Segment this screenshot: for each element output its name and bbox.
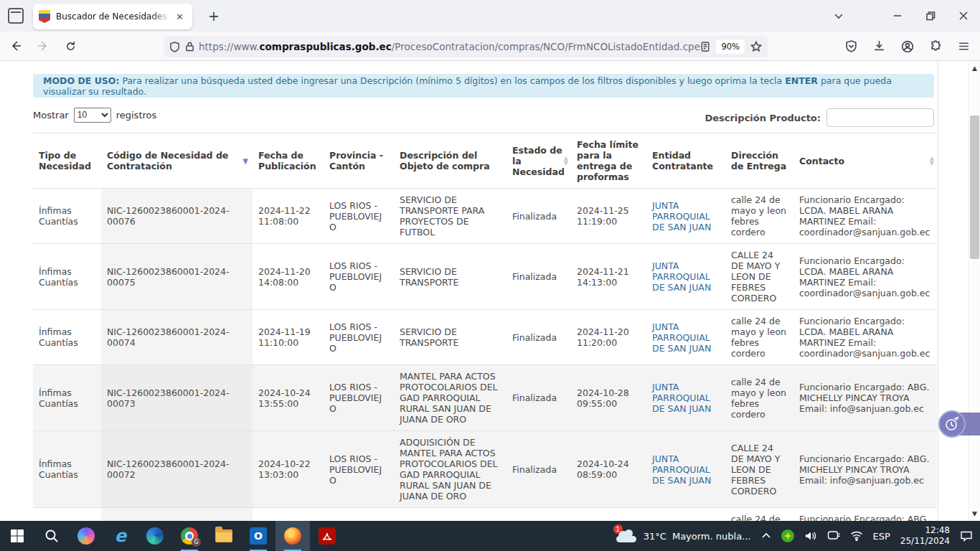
tray-chevron-up-icon[interactable] [761, 531, 771, 541]
firefox-icon[interactable] [275, 521, 310, 551]
cell-fecha_publicacion: 2024-10-22 10:02:00 [253, 508, 324, 522]
cell-codigo: NIC-1260023860001-2024-00075 [101, 244, 253, 310]
table-row: Ínfimas CuantíasNIC-1260023860001-2024-0… [33, 244, 937, 310]
column-header-8[interactable]: Dirección de Entrega [725, 133, 793, 189]
content-scrollbar[interactable]: ▲ ▼ [968, 61, 980, 521]
navbar-right-icons [845, 32, 974, 61]
file-explorer-icon[interactable] [207, 521, 241, 551]
firefox-view-icon[interactable] [8, 8, 24, 24]
browser-navbar: https://www.compraspublicas.gob.ec/Proce… [0, 32, 980, 61]
column-header-7[interactable]: Entidad Contratante [646, 133, 725, 189]
zoom-level-badge[interactable]: 90% [716, 39, 745, 54]
internet-explorer-icon[interactable]: e [103, 521, 138, 551]
antivirus-icon[interactable]: ✚ [781, 529, 794, 542]
column-header-9[interactable]: Contacto▲▼ [793, 133, 937, 189]
cell-entidad: JUNTA PARROQUIAL DE SAN JUAN [646, 189, 725, 244]
cell-codigo: NIC-1260023860001-2024-00072 [101, 431, 253, 508]
cell-entidad: JUNTA PARROQUIAL DE SAN JUAN [646, 365, 725, 431]
floating-widget[interactable] [938, 410, 980, 438]
column-header-6[interactable]: Fecha límite para la entrega de proforma… [571, 133, 646, 189]
tab-title: Buscador de Necesidades de Co [56, 11, 173, 22]
account-icon[interactable] [901, 40, 914, 53]
page-size-select[interactable]: 10 [74, 108, 111, 123]
cell-contacto: Funcionario Encargado: ABG. MICHELLY PIN… [793, 431, 937, 508]
reader-mode-icon[interactable] [700, 42, 710, 52]
clock[interactable]: 12:48 25/11/2024 [900, 525, 950, 547]
weather-widget[interactable]: 1 31°C Mayorm. nubla... [616, 529, 751, 542]
cell-descripcion: SERVICIO DE TRANSPORTE [394, 244, 507, 310]
outlook-icon[interactable]: O [241, 521, 275, 551]
cell-codigo: NIC-1260023860001-2024-00069 [101, 508, 253, 522]
cell-codigo: NIC-1260023860001-2024-00073 [101, 365, 253, 431]
tab-list-chevron-icon[interactable] [822, 0, 855, 32]
url-bar[interactable]: https://www.compraspublicas.gob.ec/Proce… [164, 36, 768, 57]
wifi-icon[interactable] [850, 531, 863, 541]
cell-tipo: Ínfimas Cuantías [33, 310, 101, 365]
usage-banner: MODO DE USO: Para realizar una búsqueda … [33, 74, 934, 98]
entidad-link[interactable]: JUNTA PARROQUIAL DE SAN JUAN [652, 382, 711, 414]
column-header-1[interactable]: Código de Necesidad de Contratación▼ [101, 133, 253, 189]
back-button-icon[interactable] [4, 35, 27, 57]
meet-now-icon[interactable] [827, 530, 840, 542]
temperature: 31°C [644, 531, 666, 542]
cell-fecha_limite: 2024-11-25 11:19:00 [571, 189, 646, 244]
cell-descripcion: SERVICIO DE TRANSPORTE PARA PROYECTOS DE… [394, 189, 507, 244]
edge-icon[interactable] [138, 521, 172, 551]
cell-entidad: JUNTA PARROQUIAL DE SAN JUAN [646, 244, 725, 310]
entidad-link[interactable]: JUNTA PARROQUIAL DE SAN JUAN [652, 321, 711, 354]
start-button[interactable] [0, 521, 34, 551]
chrome-icon[interactable]: G [172, 521, 207, 551]
cell-direccion: calle 24 de mayo y leon febres cordero [725, 365, 793, 431]
forward-button-icon[interactable] [32, 35, 55, 57]
window-restore-button[interactable] [914, 0, 947, 32]
language-indicator[interactable]: ESP [873, 531, 890, 542]
entidad-link[interactable]: JUNTA PARROQUIAL DE SAN JUAN [652, 260, 711, 293]
downloads-icon[interactable] [873, 40, 885, 52]
scrollbar-thumb[interactable] [970, 116, 979, 259]
banner-label: MODO DE USO: [43, 75, 119, 86]
volume-icon[interactable] [804, 530, 817, 542]
table-row: Ínfimas CuantíasNIC-1260023860001-2024-0… [33, 310, 937, 365]
entidad-link[interactable]: JUNTA PARROQUIAL DE SAN JUAN [652, 453, 711, 486]
cell-fecha_publicacion: 2024-11-20 14:08:00 [253, 244, 324, 310]
cell-direccion: calle 24 de mayo y leon febres cordero [725, 508, 793, 522]
tab-close-icon[interactable]: ✕ [173, 10, 187, 24]
timer-clock-icon[interactable] [938, 410, 966, 438]
cell-fecha_limite: 2024-10-28 09:55:00 [571, 365, 646, 431]
column-header-3[interactable]: Provincia - Cantón [324, 133, 394, 189]
reload-button-icon[interactable] [59, 35, 82, 57]
tracking-shield-icon[interactable] [169, 42, 180, 52]
entidad-link[interactable]: JUNTA PARROQUIAL DE SAN JUAN [652, 200, 711, 232]
window-close-button[interactable] [947, 0, 980, 32]
menu-hamburger-icon[interactable] [958, 40, 970, 52]
cell-fecha_limite: 2024-10-24 08:59:00 [571, 431, 646, 508]
new-tab-button[interactable]: + [204, 6, 224, 26]
taskbar-search-icon[interactable] [34, 521, 69, 551]
copilot-icon[interactable] [69, 521, 103, 551]
window-minimize-button[interactable] [881, 0, 914, 32]
table-row: Ínfimas CuantíasNIC-1260023860001-2024-0… [33, 431, 937, 508]
column-header-0[interactable]: Tipo de Necesidad [33, 133, 101, 189]
column-header-2[interactable]: Fecha de Publicación [253, 133, 324, 189]
notification-center-icon[interactable] [960, 530, 973, 542]
cell-direccion: CALLE 24 DE MAYO Y LEON DE FEBRES CORDER… [725, 244, 793, 310]
extensions-puzzle-icon[interactable] [930, 40, 942, 52]
acrobat-icon[interactable] [310, 521, 344, 551]
browser-tab[interactable]: Buscador de Necesidades de Co ✕ [33, 4, 192, 29]
product-filter-input[interactable] [826, 108, 934, 127]
scroll-up-icon[interactable]: ▲ [969, 62, 980, 74]
cell-contacto: Funcionario Encargado: LCDA. MABEL ARANA… [793, 244, 937, 310]
cell-direccion: CALLE 24 DE MAYO Y LEON DE FEBRES CORDER… [725, 431, 793, 508]
cell-estado: Finalizada [507, 431, 571, 508]
cell-fecha_publicacion: 2024-10-22 13:03:00 [253, 431, 324, 508]
sort-neutral-icon: ▲▼ [564, 156, 568, 166]
cell-estado: Finalizada [507, 508, 571, 522]
banner-body: Para realizar una búsqueda usted debe in… [119, 75, 785, 86]
cell-entidad: JUNTA PARROQUIAL DE SAN JUAN [646, 431, 725, 508]
pocket-icon[interactable] [845, 40, 857, 52]
scroll-down-icon[interactable]: ▼ [969, 508, 980, 519]
url-text[interactable]: https://www.compraspublicas.gob.ec/Proce… [199, 41, 700, 52]
column-header-4[interactable]: Descripción del Objeto de compra [394, 133, 507, 189]
bookmark-star-icon[interactable] [750, 41, 762, 52]
column-header-5[interactable]: Estado de la Necesidad▲▼ [507, 133, 571, 189]
